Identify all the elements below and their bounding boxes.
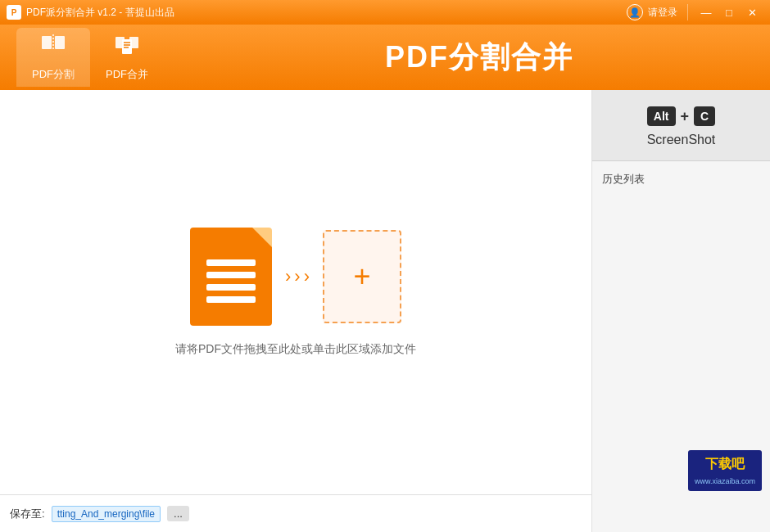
pdf-file-icon: [190, 228, 272, 326]
minimize-button[interactable]: —: [695, 4, 718, 20]
screenshot-shortcut: Alt + C: [647, 106, 715, 126]
watermark: 下载吧 www.xiazaiba.com: [688, 450, 762, 491]
arrow-2: ›: [294, 266, 300, 287]
main-layout: › › › + 请将PDF文件拖拽至此处或单击此区域添加文件 保存至: ttin…: [0, 90, 770, 532]
maximize-button[interactable]: □: [718, 4, 741, 20]
tab-pdf-split[interactable]: PDF分割: [16, 28, 90, 87]
arrow-icons: › › ›: [285, 266, 310, 287]
right-panel: Alt + C ScreenShot 历史列表 下载吧 www.xiazaiba…: [591, 90, 770, 532]
svg-rect-5: [122, 39, 132, 54]
tab-merge-label: PDF合并: [106, 67, 148, 82]
screenshot-area: Alt + C ScreenShot: [592, 90, 770, 161]
add-plus-icon: +: [353, 262, 370, 291]
toolbar: PDF分割 PDF合并 PDF分割合并: [0, 25, 770, 90]
tab-pdf-merge[interactable]: PDF合并: [90, 28, 164, 87]
title-bar: P PDF派分割合并 v1.2 - 菩提山出品 👤 请登录 — □ ✕: [0, 0, 770, 25]
pdf-line-4: [206, 296, 256, 303]
pdf-line-3: [206, 284, 256, 291]
merge-icon: [114, 33, 140, 64]
toolbar-title: PDF分割合并: [385, 38, 573, 78]
pdf-line-1: [206, 259, 256, 266]
app-title: PDF派分割合并 v1.2 - 菩提山出品: [26, 6, 174, 20]
history-title: 历史列表: [602, 173, 645, 185]
user-login-label: 请登录: [648, 6, 677, 20]
watermark-main-text: 下载吧: [695, 453, 755, 475]
user-avatar-icon: 👤: [627, 4, 643, 20]
save-path-value: tting_And_merging\file: [52, 506, 161, 522]
close-button[interactable]: ✕: [741, 4, 763, 20]
app-logo: P: [7, 5, 21, 20]
arrow-3: ›: [304, 266, 310, 287]
svg-rect-0: [42, 36, 52, 49]
arrow-1: ›: [285, 266, 291, 287]
pdf-line-2: [206, 272, 256, 278]
more-options-button[interactable]: ...: [167, 506, 189, 521]
save-to-label: 保存至:: [10, 507, 45, 521]
add-file-box[interactable]: +: [323, 230, 401, 323]
window-controls: 👤 请登录 — □ ✕: [627, 4, 763, 20]
drop-hint-text: 请将PDF文件拖拽至此处或单击此区域添加文件: [175, 342, 416, 357]
c-key-badge: C: [694, 106, 715, 126]
drop-area[interactable]: › › › + 请将PDF文件拖拽至此处或单击此区域添加文件: [0, 90, 591, 494]
watermark-sub-text: www.xiazaiba.com: [695, 477, 755, 485]
screenshot-label: ScreenShot: [647, 133, 716, 147]
drop-visual: › › › +: [190, 228, 401, 326]
bottom-bar: 保存至: tting_And_merging\file ...: [0, 494, 591, 532]
split-icon: [40, 33, 66, 64]
svg-rect-1: [55, 36, 65, 49]
plus-sign: +: [681, 108, 690, 125]
title-bar-left: P PDF派分割合并 v1.2 - 菩提山出品: [7, 5, 174, 20]
pdf-icon-lines: [206, 259, 256, 303]
content-area: › › › + 请将PDF文件拖拽至此处或单击此区域添加文件 保存至: ttin…: [0, 90, 591, 532]
tab-split-label: PDF分割: [32, 67, 75, 82]
alt-key-badge: Alt: [647, 106, 676, 126]
user-area[interactable]: 👤 请登录: [627, 4, 688, 20]
